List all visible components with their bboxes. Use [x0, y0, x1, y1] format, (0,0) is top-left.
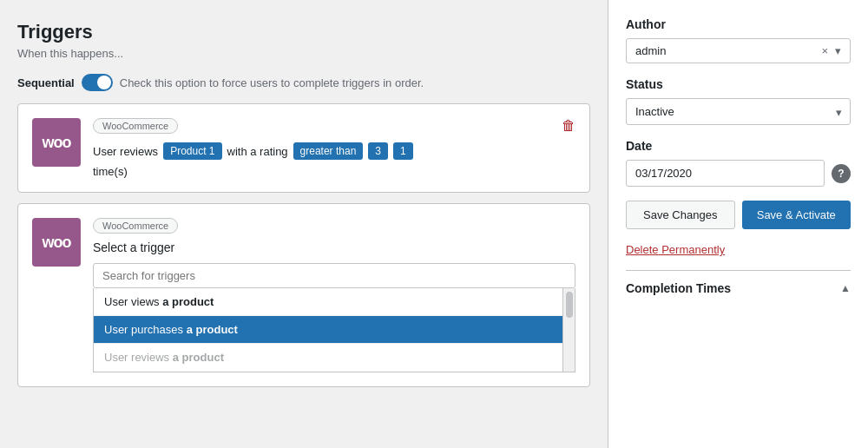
- completion-times-label: Completion Times: [626, 281, 731, 295]
- date-section: Date ?: [626, 139, 851, 187]
- status-value: Inactive: [635, 105, 674, 118]
- dropdown-item-2[interactable]: User reviews a product: [94, 344, 575, 372]
- trigger-search-input[interactable]: [93, 263, 575, 288]
- sidebar: Author admin × ▾ Status Inactive Date: [608, 0, 868, 448]
- delete-trigger-icon-1[interactable]: 🗑: [562, 118, 575, 134]
- status-section: Status Inactive: [626, 77, 851, 125]
- status-select[interactable]: Inactive: [626, 98, 851, 125]
- delete-permanently-link[interactable]: Delete Permanently: [626, 243, 725, 256]
- author-dropdown-icon[interactable]: ▾: [835, 44, 841, 57]
- trigger-dropdown-list: User views a product User purchases a pr…: [93, 288, 575, 372]
- page-title: Triggers: [17, 21, 590, 43]
- select-trigger-label: Select a trigger: [93, 240, 575, 254]
- author-section: Author admin × ▾: [626, 17, 851, 63]
- trigger-search-wrapper: User views a product User purchases a pr…: [93, 263, 575, 372]
- save-changes-button[interactable]: Save Changes: [626, 201, 735, 229]
- save-activate-button[interactable]: Save & Activate: [742, 201, 852, 229]
- author-select[interactable]: admin × ▾: [626, 38, 851, 63]
- toggle-knob: [97, 76, 111, 89]
- woo-logo-1: woo: [32, 118, 81, 167]
- completion-times-arrow-icon: ▲: [840, 282, 851, 294]
- trigger-1-tag-1[interactable]: 1: [393, 142, 413, 160]
- date-row: ?: [626, 160, 851, 187]
- dropdown-item-1[interactable]: User purchases a product: [94, 316, 575, 344]
- trigger-1-product-tag[interactable]: Product 1: [163, 142, 221, 160]
- status-select-wrapper: Inactive: [626, 98, 851, 125]
- dropdown-scrollbar[interactable]: [562, 288, 575, 372]
- page-subtitle: When this happens...: [17, 47, 590, 60]
- trigger-1-text-with: with a rating: [227, 145, 288, 158]
- dropdown-item-0[interactable]: User views a product: [94, 288, 575, 316]
- date-help-icon[interactable]: ?: [832, 164, 851, 183]
- trigger-1-greater-tag[interactable]: greater than: [293, 142, 364, 160]
- woocommerce-badge-1: WooCommerce: [93, 118, 178, 134]
- woo-logo-2: woo: [32, 218, 81, 267]
- date-input[interactable]: [626, 160, 825, 187]
- scroll-thumb: [566, 292, 573, 318]
- author-clear-icon[interactable]: ×: [821, 44, 828, 57]
- trigger-card-1: woo WooCommerce 🗑 User reviews Product 1…: [17, 103, 590, 193]
- woo-logo-text-1: woo: [43, 134, 71, 152]
- trigger-1-row: User reviews Product 1 with a rating gre…: [93, 142, 575, 160]
- author-label: Author: [626, 17, 851, 31]
- action-buttons: Save Changes Save & Activate: [626, 201, 851, 229]
- date-label: Date: [626, 139, 851, 153]
- woo-logo-text-2: woo: [43, 234, 71, 252]
- trigger-card-2: woo WooCommerce Select a trigger User vi…: [17, 203, 590, 387]
- author-value: admin: [635, 44, 666, 57]
- status-label: Status: [626, 77, 851, 91]
- trigger-1-times: time(s): [93, 165, 575, 178]
- trigger-1-tag-3[interactable]: 3: [368, 142, 388, 160]
- trigger-1-text-reviews: User reviews: [93, 145, 158, 158]
- sequential-description: Check this option to force users to comp…: [120, 76, 424, 89]
- completion-times-section[interactable]: Completion Times ▲: [626, 270, 851, 306]
- sequential-toggle[interactable]: [82, 74, 113, 91]
- woocommerce-badge-2: WooCommerce: [93, 218, 178, 234]
- sequential-label: Sequential: [17, 76, 75, 89]
